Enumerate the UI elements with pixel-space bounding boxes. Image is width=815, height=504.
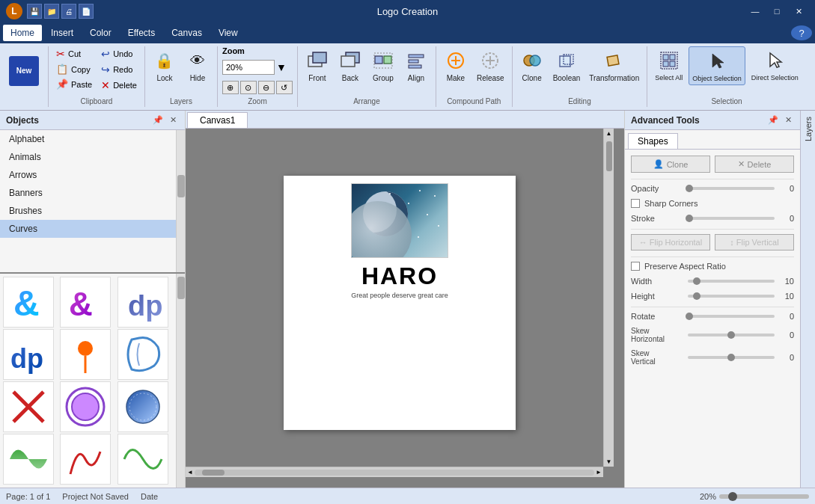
thumb-7[interactable]: [3, 381, 54, 432]
width-slider[interactable]: [688, 280, 775, 283]
canvas-vscrollbar[interactable]: ▲ ▼: [603, 129, 614, 467]
zoom-input[interactable]: [222, 60, 275, 75]
select-all-button[interactable]: Select All: [652, 46, 686, 84]
skew-v-slider[interactable]: [688, 356, 775, 359]
transformation-button[interactable]: Transformation: [586, 46, 642, 84]
canvas-viewport[interactable]: HARO Great people deserve great care ▲ ▼…: [186, 129, 614, 477]
zoom-dropdown-arrow[interactable]: ▼: [275, 61, 288, 73]
thumb-12[interactable]: [117, 434, 168, 485]
stroke-slider[interactable]: [688, 217, 775, 220]
print-icon[interactable]: 🖨: [61, 4, 76, 19]
rotate-slider[interactable]: [688, 315, 775, 318]
thumb-3[interactable]: dp: [117, 277, 168, 328]
thumbnails-scrollbar[interactable]: [176, 274, 185, 488]
delete-label: Delete: [113, 81, 137, 90]
group-button[interactable]: Group: [368, 46, 398, 84]
maximize-button[interactable]: □: [766, 4, 787, 19]
undo-label: Undo: [113, 49, 132, 58]
cut-button[interactable]: ✂ Cut: [53, 46, 95, 61]
close-button[interactable]: ✕: [788, 4, 809, 19]
category-curves[interactable]: Curves: [0, 220, 176, 238]
thumb-10[interactable]: [3, 434, 54, 485]
redo-label: Redo: [113, 65, 132, 74]
flip-vertical-button[interactable]: ↕ Flip Vertical: [715, 234, 794, 251]
menu-insert[interactable]: Insert: [43, 25, 81, 41]
minimize-button[interactable]: —: [745, 4, 766, 19]
help-button[interactable]: ?: [791, 25, 812, 40]
flip-horizontal-button[interactable]: ↔ Flip Horizontal: [631, 234, 710, 251]
svg-point-12: [524, 55, 534, 66]
category-banners[interactable]: Banners: [0, 184, 176, 202]
menu-canvas[interactable]: Canvas: [164, 25, 210, 41]
paste-label: Paste: [71, 80, 92, 89]
save-icon[interactable]: 💾: [27, 4, 42, 19]
thumb-4[interactable]: dp: [3, 329, 54, 380]
vscroll-up-button[interactable]: ▲: [604, 129, 614, 138]
clone-button[interactable]: Clone: [517, 46, 547, 84]
thumb-8[interactable]: [60, 381, 111, 432]
adv-delete-button[interactable]: ✕ Delete: [715, 156, 794, 173]
direct-selection-button[interactable]: Direct Selection: [748, 46, 802, 84]
zoom-out-button[interactable]: ⊖: [258, 81, 275, 94]
thumb-1[interactable]: &: [3, 277, 54, 328]
layers-tab[interactable]: Layers: [802, 111, 815, 147]
zoom-fit-button[interactable]: ⊙: [240, 81, 257, 94]
canvas-tab-1[interactable]: Canvas1: [187, 112, 248, 128]
paste-button[interactable]: 📌 Paste: [53, 77, 95, 91]
delete-button[interactable]: ✕ Delete: [98, 78, 140, 93]
sharp-corners-checkbox[interactable]: [631, 199, 640, 208]
adv-clone-button[interactable]: 👤 Clone: [631, 156, 710, 173]
thumb-9[interactable]: [117, 381, 168, 432]
menu-color[interactable]: Color: [82, 25, 119, 41]
undo-button[interactable]: ↩ Undo: [98, 46, 140, 61]
zoom-reset-button[interactable]: ↺: [276, 81, 293, 94]
adv-panel-close[interactable]: ✕: [782, 114, 794, 126]
back-button[interactable]: Back: [335, 46, 365, 84]
make-button[interactable]: Make: [441, 46, 471, 84]
new-button[interactable]: New: [9, 56, 39, 86]
zoom-label: Zoom: [218, 97, 297, 105]
lock-button[interactable]: 🔒 Lock: [150, 46, 180, 84]
objects-scrollbar[interactable]: [176, 130, 185, 272]
panel-pin-button[interactable]: 📌: [152, 114, 164, 126]
clipboard-col1: ✂ Cut 📋 Copy 📌 Paste: [53, 46, 95, 91]
hide-button[interactable]: 👁 Hide: [183, 46, 213, 84]
align-button[interactable]: Align: [401, 46, 431, 84]
menu-effects[interactable]: Effects: [120, 25, 162, 41]
height-slider[interactable]: [688, 295, 775, 298]
flip-v-label: Flip Vertical: [736, 238, 779, 247]
copy-button[interactable]: 📋 Copy: [53, 62, 95, 76]
vscroll-down-button[interactable]: ▼: [604, 457, 614, 467]
category-alphabet[interactable]: Alphabet: [0, 130, 176, 148]
menu-home[interactable]: Home: [3, 25, 42, 41]
star-2: [434, 195, 436, 197]
category-brushes[interactable]: Brushes: [0, 202, 176, 220]
open-icon[interactable]: 📁: [44, 4, 59, 19]
hscroll-right-button[interactable]: ►: [594, 469, 603, 476]
adv-tab-shapes[interactable]: Shapes: [628, 133, 678, 149]
thumb-6[interactable]: [117, 329, 168, 380]
new-icon[interactable]: 📄: [79, 4, 94, 19]
preserve-aspect-checkbox[interactable]: [631, 262, 640, 271]
thumb-2[interactable]: &: [60, 277, 111, 328]
divider-3: [631, 256, 794, 257]
skew-h-slider[interactable]: [688, 334, 775, 336]
thumb-5[interactable]: [60, 329, 111, 380]
redo-button[interactable]: ↪ Redo: [98, 62, 140, 77]
release-button[interactable]: Release: [474, 46, 507, 84]
hscroll-left-button[interactable]: ◄: [186, 469, 195, 476]
menu-view[interactable]: View: [211, 25, 245, 41]
skew-v-row: SkewVertical 0: [631, 349, 794, 366]
panel-close-button[interactable]: ✕: [167, 114, 179, 126]
category-animals[interactable]: Animals: [0, 148, 176, 166]
zoom-in-button[interactable]: ⊕: [222, 81, 239, 94]
object-selection-button[interactable]: Object Selection: [689, 46, 745, 85]
boolean-button[interactable]: Boolean: [550, 46, 584, 84]
adv-panel-pin[interactable]: 📌: [767, 114, 779, 126]
canvas-hscrollbar[interactable]: ◄ ►: [186, 467, 603, 477]
category-arrows[interactable]: Arrows: [0, 166, 176, 184]
front-button[interactable]: Front: [302, 46, 332, 84]
thumb-11[interactable]: [60, 434, 111, 485]
opacity-slider[interactable]: [688, 187, 775, 190]
status-zoom-slider[interactable]: [719, 494, 809, 499]
